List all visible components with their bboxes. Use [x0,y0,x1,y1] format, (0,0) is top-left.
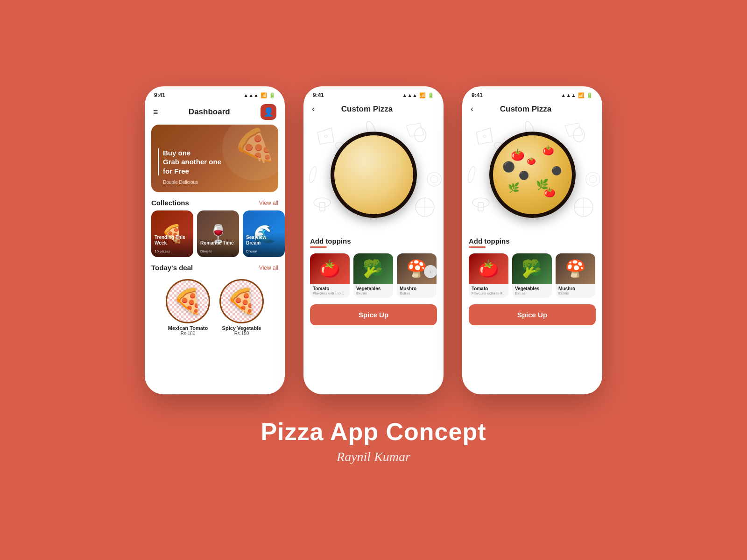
collection-sub-1: 10 pizzas [155,249,170,253]
footer-title: Pizza App Concept [261,418,486,446]
hero-headline: Buy one Grab another one for Free [158,148,221,176]
collection-card-trending[interactable]: 🍕 Trending This Week 10 pizzas [151,210,193,257]
hero-text: Buy one Grab another one for Free Double… [158,148,221,186]
spice-up-btn-1[interactable]: Spice Up [310,304,437,325]
topping-sub-mushroom-2: Extras [558,291,592,295]
status-icons-3: ▲▲▲ 📶 🔋 [561,92,593,98]
deal-price-2: Rs.150 [222,331,261,336]
collection-name-1: Trending This Week [155,235,190,246]
deal-card-mexican[interactable]: 🍕 Mexican Tomato Rs.180 [166,279,210,336]
deal-name-1: Mexican Tomato [168,325,208,331]
topping-name-tomato-1: Tomato [313,286,347,291]
topping-tomato-slice-4: 🍅 [527,156,536,165]
battery-icon-2: 🔋 [428,92,434,98]
collection-sub-3: Dream [246,249,257,253]
topping-name-veg-2: Vegetables [515,286,549,291]
topping-sub-veg-2: Extras [515,291,549,295]
svg-point-11 [427,172,441,186]
nav-bar-custom2: ‹ Custom Pizza [462,101,602,119]
topping-tomato-2[interactable]: 🍅 Tomato Flavours extra to it [469,253,508,298]
deal-price-1: Rs.180 [168,331,208,336]
topping-sub-veg-1: Extras [356,291,390,295]
topping-img-tomato-1: 🍅 [310,253,350,284]
wifi-icon: 📶 [261,92,267,98]
custom-pizza-title-1: Custom Pizza [341,105,393,114]
svg-point-12 [430,175,438,183]
toppings-underline-1 [310,246,327,248]
collections-header: Collections View all [145,192,285,210]
deals-header: Today's deal View all [145,257,285,275]
topping-name-veg-1: Vegetables [356,286,390,291]
topping-img-veg-1: 🥦 [353,253,393,284]
topping-olive-2: ⚫ [551,166,562,176]
spice-up-btn-2[interactable]: Spice Up [469,304,596,325]
back-button-2[interactable]: ‹ [471,104,473,114]
topping-tomato-1[interactable]: 🍅 Tomato Flavours extra to it [310,253,350,298]
deals-row: 🍕 Mexican Tomato Rs.180 🍕 Spicy Vegetabl… [145,275,285,343]
collection-overlay-1: Trending This Week 10 pizzas [151,232,193,257]
custom-pizza-title-2: Custom Pizza [500,105,552,114]
status-time-2: 9:41 [313,92,324,98]
deal-info-2: Spicy Vegetable Rs.150 [222,325,261,336]
topping-olive-3: ⚫ [519,170,529,181]
pizza-canvas-1 [303,119,444,231]
toppings-underline-2 [469,246,486,248]
svg-point-26 [586,172,600,186]
collections-view-all[interactable]: View all [259,200,278,206]
svg-point-0 [324,135,327,138]
topping-tomato-slice-2: 🍅 [543,145,554,156]
battery-icon: 🔋 [269,92,275,98]
topping-name-tomato-2: Tomato [472,286,506,291]
collection-name-2: Romantic Time [200,240,236,246]
topping-olive-1: ⚫ [502,161,515,173]
topping-tomato-slice-1: 🍅 [511,148,525,161]
status-icons-2: ▲▲▲ 📶 🔋 [402,92,434,98]
deal-info-1: Mexican Tomato Rs.180 [168,325,208,336]
menu-icon[interactable]: ≡ [153,107,158,117]
signal-icon-3: ▲▲▲ [561,92,576,98]
status-time-1: 9:41 [154,92,165,98]
collection-card-seaview[interactable]: 🌊 Sea View Dream Dream [243,210,285,257]
topping-name-mushroom-2: Mushro [558,286,592,291]
topping-label-veg-1: Vegetables Extras [353,284,393,298]
topping-label-veg-2: Vegetables Extras [512,284,552,298]
topping-img-veg-2: 🥦 [512,253,552,284]
status-bar-3: 9:41 ▲▲▲ 📶 🔋 [462,86,602,101]
dashboard-title: Dashboard [189,107,230,117]
collection-card-romantic[interactable]: 🍷 Romantic Time Dine-In [197,210,239,257]
back-button-1[interactable]: ‹ [312,104,315,114]
deals-title: Today's deal [151,264,193,272]
topping-basil-1: 🌿 [508,182,520,193]
pizza-canvas-2: 🍅 🍅 ⚫ ⚫ 🌿 🍅 ⚫ 🌿 🍅 [462,119,602,231]
topping-label-tomato-1: Tomato Flavours extra to it [310,284,350,298]
svg-point-27 [589,175,597,183]
toppings-title-1: Add toppins [310,237,437,245]
topping-img-tomato-2: 🍅 [469,253,508,284]
toppings-row-1: 🍅 Tomato Flavours extra to it 🥦 Vegetabl… [310,253,437,298]
topping-veg-1[interactable]: 🥦 Vegetables Extras [353,253,393,298]
topping-label-mushroom-1: Mushro Extras [397,284,437,298]
collections-title: Collections [151,199,189,207]
deal-pizza-1: 🍕 [166,279,210,323]
collections-row: 🍕 Trending This Week 10 pizzas 🍷 Romanti… [145,210,285,257]
topping-img-mushroom-2: 🍄 [556,253,595,284]
status-icons-1: ▲▲▲ 📶 🔋 [243,92,275,98]
toppings-section-1: Add toppins 🍅 Tomato Flavours extra to i… [303,231,444,298]
topping-sub-mushroom-1: Extras [400,291,434,295]
topping-sub-tomato-1: Flavours extra to it [313,291,347,295]
deal-card-spicy[interactable]: 🍕 Spicy Vegetable Rs.150 [219,279,264,336]
phone-dashboard: 9:41 ▲▲▲ 📶 🔋 ≡ Dashboard 👤 🍕 Buy one Gra… [145,86,285,394]
deals-view-all[interactable]: View all [259,265,278,271]
topping-sub-tomato-2: Flavours extra to it [472,291,506,295]
user-avatar[interactable]: 👤 [261,104,276,120]
scroll-indicator-1: › [424,265,437,278]
collection-overlay-2: Romantic Time Dine-In [197,238,239,257]
topping-label-tomato-2: Tomato Flavours extra to it [469,284,508,298]
status-bar-2: 9:41 ▲▲▲ 📶 🔋 [303,86,444,101]
status-time-3: 9:41 [472,92,483,98]
topping-mushroom-2[interactable]: 🍄 Mushro Extras [556,253,595,298]
footer-author: Raynil Kumar [261,449,486,464]
pizza-plate-filled: 🍅 🍅 ⚫ ⚫ 🌿 🍅 ⚫ 🌿 🍅 [489,132,576,218]
collection-sub-2: Dine-In [200,249,212,253]
topping-veg-2[interactable]: 🥦 Vegetables Extras [512,253,552,298]
